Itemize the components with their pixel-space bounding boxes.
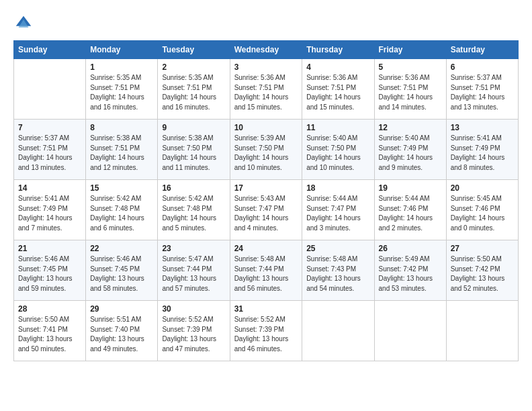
daylight-label: Daylight: 14 hours xyxy=(234,153,298,163)
sunset-text: Sunset: 7:51 PM xyxy=(162,83,225,93)
day-info: Sunrise: 5:35 AMSunset: 7:51 PMDaylight:… xyxy=(162,73,225,112)
sunrise-text: Sunrise: 5:38 AM xyxy=(162,134,225,144)
sunset-text: Sunset: 7:42 PM xyxy=(379,265,442,275)
daylight-minutes: and 50 minutes. xyxy=(18,345,81,355)
calendar-cell: 25Sunrise: 5:48 AMSunset: 7:43 PMDayligh… xyxy=(302,240,374,301)
sunset-text: Sunset: 7:47 PM xyxy=(306,204,369,214)
sunrise-text: Sunrise: 5:45 AM xyxy=(451,194,514,204)
sunset-text: Sunset: 7:51 PM xyxy=(90,144,153,154)
calendar-cell: 27Sunrise: 5:50 AMSunset: 7:42 PMDayligh… xyxy=(446,240,518,301)
day-number: 9 xyxy=(162,123,225,132)
sunrise-text: Sunrise: 5:41 AM xyxy=(451,134,514,144)
calendar-cell: 6Sunrise: 5:37 AMSunset: 7:51 PMDaylight… xyxy=(446,59,518,120)
calendar-cell: 17Sunrise: 5:43 AMSunset: 7:47 PMDayligh… xyxy=(230,180,302,240)
sunset-text: Sunset: 7:51 PM xyxy=(18,144,81,154)
daylight-label: Daylight: 13 hours xyxy=(234,274,298,284)
sunrise-text: Sunrise: 5:42 AM xyxy=(90,194,153,204)
day-info: Sunrise: 5:44 AMSunset: 7:47 PMDaylight:… xyxy=(306,194,369,233)
col-header-wednesday: Wednesday xyxy=(230,41,302,59)
day-info: Sunrise: 5:40 AMSunset: 7:49 PMDaylight:… xyxy=(379,134,442,173)
sunrise-text: Sunrise: 5:52 AM xyxy=(162,315,225,325)
sunset-text: Sunset: 7:49 PM xyxy=(18,204,81,214)
sunset-text: Sunset: 7:45 PM xyxy=(18,265,81,275)
calendar-cell: 13Sunrise: 5:41 AMSunset: 7:49 PMDayligh… xyxy=(446,120,518,180)
day-info: Sunrise: 5:38 AMSunset: 7:50 PMDaylight:… xyxy=(162,134,225,173)
daylight-label: Daylight: 14 hours xyxy=(162,214,225,224)
day-info: Sunrise: 5:37 AMSunset: 7:51 PMDaylight:… xyxy=(18,134,81,173)
day-number: 8 xyxy=(90,123,153,132)
sunset-text: Sunset: 7:46 PM xyxy=(379,204,442,214)
day-info: Sunrise: 5:38 AMSunset: 7:51 PMDaylight:… xyxy=(90,134,153,173)
day-number: 3 xyxy=(234,62,298,72)
daylight-minutes: and 47 minutes. xyxy=(162,345,225,355)
calendar-cell: 31Sunrise: 5:52 AMSunset: 7:39 PMDayligh… xyxy=(230,301,302,361)
day-number: 4 xyxy=(306,62,369,72)
sunrise-text: Sunrise: 5:37 AM xyxy=(451,73,514,83)
daylight-label: Daylight: 13 hours xyxy=(18,334,81,345)
day-info: Sunrise: 5:36 AMSunset: 7:51 PMDaylight:… xyxy=(379,73,442,112)
day-info: Sunrise: 5:51 AMSunset: 7:40 PMDaylight:… xyxy=(90,315,153,354)
col-header-friday: Friday xyxy=(374,41,446,59)
sunset-text: Sunset: 7:40 PM xyxy=(90,325,153,335)
calendar-cell: 10Sunrise: 5:39 AMSunset: 7:50 PMDayligh… xyxy=(230,120,302,180)
sunrise-text: Sunrise: 5:35 AM xyxy=(90,73,153,83)
sunrise-text: Sunrise: 5:37 AM xyxy=(18,134,81,144)
day-number: 15 xyxy=(90,183,153,193)
sunset-text: Sunset: 7:51 PM xyxy=(379,83,442,93)
sunset-text: Sunset: 7:46 PM xyxy=(451,204,514,214)
day-info: Sunrise: 5:49 AMSunset: 7:42 PMDaylight:… xyxy=(379,255,442,293)
daylight-minutes: and 0 minutes. xyxy=(451,224,514,234)
day-number: 17 xyxy=(234,183,298,193)
day-info: Sunrise: 5:44 AMSunset: 7:46 PMDaylight:… xyxy=(379,194,442,233)
daylight-label: Daylight: 13 hours xyxy=(234,334,298,345)
calendar-cell: 1Sunrise: 5:35 AMSunset: 7:51 PMDaylight… xyxy=(86,59,158,120)
day-info: Sunrise: 5:41 AMSunset: 7:49 PMDaylight:… xyxy=(451,134,514,173)
daylight-label: Daylight: 14 hours xyxy=(451,214,514,224)
daylight-minutes: and 7 minutes. xyxy=(18,224,81,234)
sunrise-text: Sunrise: 5:46 AM xyxy=(90,255,153,265)
daylight-label: Daylight: 13 hours xyxy=(451,274,514,284)
week-row-5: 28Sunrise: 5:50 AMSunset: 7:41 PMDayligh… xyxy=(14,301,519,361)
sunrise-text: Sunrise: 5:41 AM xyxy=(18,194,81,204)
calendar-cell xyxy=(302,301,374,361)
daylight-label: Daylight: 13 hours xyxy=(306,274,369,284)
day-number: 30 xyxy=(162,304,225,314)
daylight-minutes: and 6 minutes. xyxy=(90,224,153,234)
sunset-text: Sunset: 7:39 PM xyxy=(234,325,298,335)
calendar-cell: 18Sunrise: 5:44 AMSunset: 7:47 PMDayligh… xyxy=(302,180,374,240)
day-number: 29 xyxy=(90,304,153,314)
day-number: 24 xyxy=(234,244,298,253)
daylight-label: Daylight: 14 hours xyxy=(90,214,153,224)
daylight-minutes: and 13 minutes. xyxy=(451,103,514,113)
sunrise-text: Sunrise: 5:46 AM xyxy=(18,255,81,265)
daylight-minutes: and 15 minutes. xyxy=(234,103,298,113)
day-info: Sunrise: 5:40 AMSunset: 7:50 PMDaylight:… xyxy=(306,134,369,173)
calendar-cell: 23Sunrise: 5:47 AMSunset: 7:44 PMDayligh… xyxy=(158,240,230,301)
sunset-text: Sunset: 7:45 PM xyxy=(90,265,153,275)
sunrise-text: Sunrise: 5:48 AM xyxy=(306,255,369,265)
sunset-text: Sunset: 7:44 PM xyxy=(162,265,225,275)
day-info: Sunrise: 5:48 AMSunset: 7:44 PMDaylight:… xyxy=(234,255,298,293)
daylight-label: Daylight: 14 hours xyxy=(451,93,514,103)
sunset-text: Sunset: 7:49 PM xyxy=(379,144,442,154)
day-number: 23 xyxy=(162,244,225,253)
calendar-header-row: SundayMondayTuesdayWednesdayThursdayFrid… xyxy=(14,41,519,59)
col-header-thursday: Thursday xyxy=(302,41,374,59)
day-info: Sunrise: 5:46 AMSunset: 7:45 PMDaylight:… xyxy=(18,255,81,293)
sunrise-text: Sunrise: 5:35 AM xyxy=(162,73,225,83)
calendar-cell: 26Sunrise: 5:49 AMSunset: 7:42 PMDayligh… xyxy=(374,240,446,301)
sunset-text: Sunset: 7:44 PM xyxy=(234,265,298,275)
day-number: 22 xyxy=(90,244,153,253)
daylight-minutes: and 56 minutes. xyxy=(234,284,298,294)
day-number: 14 xyxy=(18,183,81,193)
calendar-cell xyxy=(446,301,518,361)
daylight-minutes: and 15 minutes. xyxy=(306,103,369,113)
day-info: Sunrise: 5:35 AMSunset: 7:51 PMDaylight:… xyxy=(90,73,153,112)
day-number: 18 xyxy=(306,183,369,193)
day-number: 31 xyxy=(234,304,298,314)
daylight-minutes: and 5 minutes. xyxy=(162,224,225,234)
calendar-cell: 5Sunrise: 5:36 AMSunset: 7:51 PMDaylight… xyxy=(374,59,446,120)
calendar-cell: 24Sunrise: 5:48 AMSunset: 7:44 PMDayligh… xyxy=(230,240,302,301)
daylight-label: Daylight: 14 hours xyxy=(306,214,369,224)
daylight-label: Daylight: 14 hours xyxy=(379,93,442,103)
